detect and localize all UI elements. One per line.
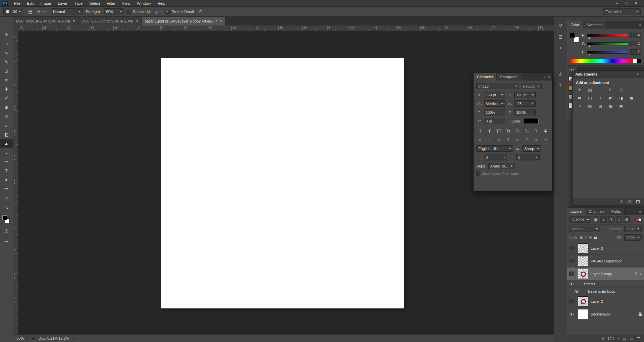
- layer-name[interactable]: Layer 2 copy: [591, 272, 612, 276]
- expand-panel-icon[interactable]: »: [543, 75, 545, 79]
- faux-bold-button[interactable]: T: [476, 128, 484, 134]
- font-style-select[interactable]: Regular: [521, 83, 542, 89]
- blue-slider[interactable]: [587, 51, 628, 54]
- workspace-switcher[interactable]: Essentials: [603, 8, 641, 15]
- lasso-tool[interactable]: ∿: [0, 48, 13, 57]
- gradient-map-icon[interactable]: ▩: [606, 103, 615, 109]
- layer-row-layer-2-copy-selected[interactable]: Layer 2 copy fx ▴: [567, 267, 644, 280]
- collapse-panels-icon[interactable]: «: [639, 17, 641, 20]
- tab-swatches[interactable]: Swatches: [583, 21, 606, 29]
- tab-channels[interactable]: Channels: [585, 208, 608, 215]
- menu-edit[interactable]: Edit: [24, 0, 37, 6]
- digits-select[interactable]: Arabic (0...: [488, 163, 515, 169]
- baseline-shift-field[interactable]: 0 pt: [484, 118, 505, 124]
- brush-panel-toggle-button[interactable]: ▤: [26, 8, 34, 15]
- layer-thumbnail[interactable]: [578, 256, 588, 266]
- visibility-toggle[interactable]: [567, 242, 576, 254]
- effects-row[interactable]: Effects: [567, 280, 644, 288]
- quick-selection-tool[interactable]: ✎: [0, 57, 13, 66]
- vertical-ruler[interactable]: 5 0 5 10 15 20 25 30 35 40 45 50: [13, 31, 18, 334]
- brush-tool[interactable]: ✐: [0, 94, 13, 103]
- photo-filter-icon[interactable]: ◩: [606, 95, 615, 101]
- clip-to-layer-icon[interactable]: ⊘: [620, 199, 623, 204]
- posterize-icon[interactable]: ▧: [586, 103, 594, 109]
- menu-view[interactable]: View: [119, 0, 134, 6]
- filter-pixel-layers-icon[interactable]: ▦: [593, 216, 599, 223]
- brightness-contrast-icon[interactable]: ☀: [575, 87, 584, 93]
- foreground-background-colors[interactable]: [0, 214, 13, 226]
- kerning-select[interactable]: Metrics: [484, 100, 505, 107]
- tab-layers[interactable]: Layers: [567, 208, 585, 215]
- protect-detail-checkbox[interactable]: ✓: [166, 10, 170, 14]
- character-panel-icon[interactable]: A: [556, 70, 565, 78]
- pen-tool[interactable]: ✒: [0, 157, 13, 166]
- history-panel-icon[interactable]: ↺: [556, 21, 565, 30]
- blue-value-field[interactable]: 2: [630, 49, 641, 55]
- black-white-icon[interactable]: ◐: [596, 95, 605, 101]
- color-spectrum-bar[interactable]: [570, 59, 641, 63]
- hue-saturation-icon[interactable]: ▤: [575, 95, 584, 101]
- screen-mode-button[interactable]: ❏: [0, 235, 13, 244]
- invert-icon[interactable]: ◑: [575, 103, 584, 109]
- panel-menu-icon[interactable]: ≡: [634, 72, 641, 76]
- path-selection-tool[interactable]: ➤: [0, 175, 13, 184]
- slider-thumb-icon[interactable]: [588, 37, 590, 39]
- close-icon[interactable]: ×: [73, 19, 75, 23]
- threshold-icon[interactable]: ▨: [596, 103, 605, 109]
- color-balance-icon[interactable]: ◫: [586, 95, 594, 101]
- document-tab-3-active[interactable]: pasar 1.psd @ 50% (Layer 2 copy, RGB/8) …: [142, 17, 225, 26]
- menu-window[interactable]: Window: [133, 0, 154, 6]
- language-select[interactable]: English: UK: [476, 145, 513, 152]
- tab-character[interactable]: Character: [474, 73, 497, 81]
- tool-preset-picker[interactable]: 139: [3, 8, 23, 15]
- horizontal-ruler[interactable]: 30 25 20 15 10 5 0 5 10 15 20 25 30 35 4…: [18, 26, 554, 31]
- channel-mixer-icon[interactable]: ◨: [617, 95, 626, 101]
- bevel-emboss-row[interactable]: Bevel & Emboss: [567, 288, 644, 295]
- move-tool[interactable]: ✛: [0, 30, 13, 39]
- kashida-left-select[interactable]: 0: [484, 154, 507, 160]
- kashida-right-select[interactable]: 0: [516, 154, 540, 160]
- menu-filter[interactable]: Filter: [103, 0, 119, 6]
- tab-adjustments[interactable]: Adjustments: [575, 72, 598, 76]
- panel-menu-icon[interactable]: ≡: [637, 208, 644, 215]
- layer-name[interactable]: Background: [591, 312, 610, 316]
- info-panel-icon[interactable]: i: [556, 44, 565, 52]
- delete-layer-icon[interactable]: [637, 337, 640, 340]
- new-group-icon[interactable]: ❏: [623, 336, 626, 341]
- lock-position-icon[interactable]: ✛: [589, 236, 592, 239]
- close-icon[interactable]: ×: [136, 19, 138, 23]
- layer-effects-badge[interactable]: fx: [635, 271, 638, 276]
- filter-type-layers-icon[interactable]: T: [608, 216, 614, 223]
- underline-button[interactable]: T: [532, 128, 540, 134]
- document-tab-1[interactable]: DSC_0329.JPG @ 25% (RGB/8) ×: [13, 17, 78, 26]
- visibility-icon[interactable]: [628, 200, 632, 203]
- close-icon[interactable]: ×: [220, 19, 222, 23]
- menu-help[interactable]: Help: [154, 0, 169, 6]
- layer-thumbnail[interactable]: [578, 296, 588, 306]
- effects-label[interactable]: Effects: [584, 282, 595, 286]
- filter-type-select[interactable]: Kind: [569, 216, 591, 223]
- visibility-toggle[interactable]: [567, 255, 576, 267]
- font-family-select[interactable]: Impact: [476, 83, 519, 89]
- font-size-select[interactable]: 150 pt: [484, 92, 505, 98]
- levels-icon[interactable]: ▥: [586, 87, 594, 93]
- gradient-tool[interactable]: ◧: [0, 130, 13, 139]
- layer-name[interactable]: Layer 3: [591, 246, 603, 250]
- small-caps-button[interactable]: Tᴛ: [504, 128, 512, 134]
- strikethrough-button[interactable]: T: [542, 128, 549, 134]
- add-layer-style-icon[interactable]: fx: [602, 336, 605, 340]
- crop-tool[interactable]: ⊡: [0, 66, 13, 76]
- close-button[interactable]: ✕: [632, 1, 640, 5]
- leading-select[interactable]: 130 pt: [514, 92, 536, 98]
- panel-menu-icon[interactable]: ≡: [548, 75, 550, 79]
- fractions-button[interactable]: ½: [542, 137, 549, 142]
- visibility-checkbox[interactable]: [569, 246, 574, 250]
- layer-row-pasar-corporation[interactable]: PASAR corporation: [567, 255, 644, 267]
- horizontal-scale-field[interactable]: 100%: [514, 109, 536, 115]
- foreground-color-swatch[interactable]: [570, 33, 575, 38]
- layer-thumbnail[interactable]: [578, 243, 588, 253]
- layer-row-layer-2[interactable]: Layer 2: [567, 295, 644, 308]
- vertical-scale-field[interactable]: 100%: [484, 109, 505, 115]
- lock-pixels-icon[interactable]: ✐: [585, 236, 587, 239]
- lock-transparency-icon[interactable]: ▦: [580, 236, 583, 239]
